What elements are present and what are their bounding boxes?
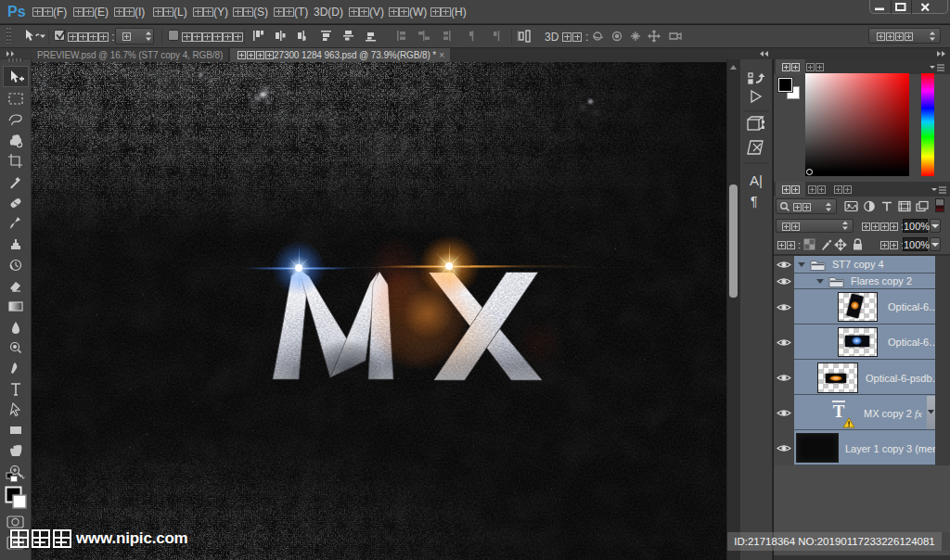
svg-text:A|: A| — [750, 172, 763, 188]
svg-text:¶: ¶ — [751, 194, 758, 209]
